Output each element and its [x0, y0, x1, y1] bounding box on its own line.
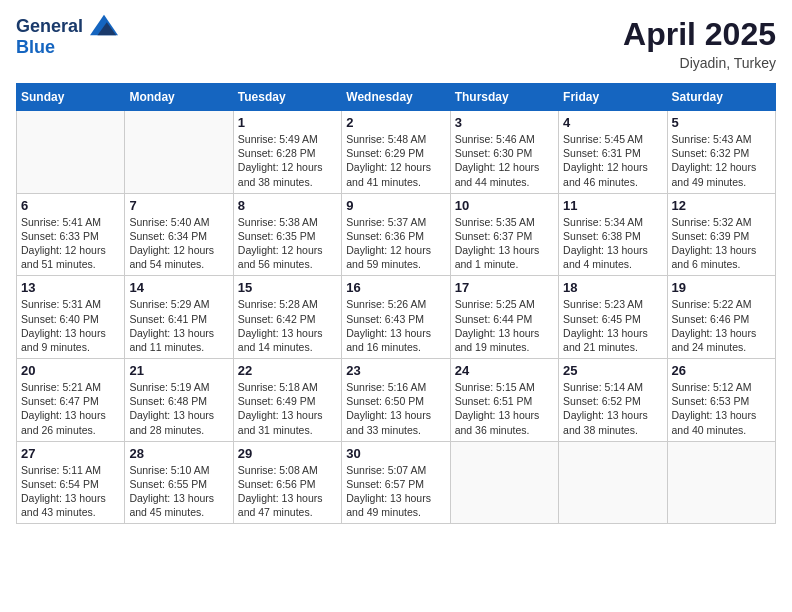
day-info: Sunrise: 5:11 AMSunset: 6:54 PMDaylight:… [21, 463, 120, 520]
day-info: Sunrise: 5:10 AMSunset: 6:55 PMDaylight:… [129, 463, 228, 520]
calendar-day-cell [125, 111, 233, 194]
day-info: Sunrise: 5:43 AMSunset: 6:32 PMDaylight:… [672, 132, 771, 189]
day-number: 24 [455, 363, 554, 378]
day-number: 3 [455, 115, 554, 130]
calendar-day-cell [559, 441, 667, 524]
day-of-week-header: Friday [559, 84, 667, 111]
day-info: Sunrise: 5:21 AMSunset: 6:47 PMDaylight:… [21, 380, 120, 437]
day-info: Sunrise: 5:07 AMSunset: 6:57 PMDaylight:… [346, 463, 445, 520]
day-info: Sunrise: 5:46 AMSunset: 6:30 PMDaylight:… [455, 132, 554, 189]
calendar-day-cell: 13Sunrise: 5:31 AMSunset: 6:40 PMDayligh… [17, 276, 125, 359]
day-number: 27 [21, 446, 120, 461]
day-info: Sunrise: 5:35 AMSunset: 6:37 PMDaylight:… [455, 215, 554, 272]
calendar-day-cell: 28Sunrise: 5:10 AMSunset: 6:55 PMDayligh… [125, 441, 233, 524]
day-info: Sunrise: 5:34 AMSunset: 6:38 PMDaylight:… [563, 215, 662, 272]
day-number: 26 [672, 363, 771, 378]
calendar-day-cell [17, 111, 125, 194]
day-number: 5 [672, 115, 771, 130]
calendar-subtitle: Diyadin, Turkey [623, 55, 776, 71]
day-number: 23 [346, 363, 445, 378]
calendar-day-cell: 5Sunrise: 5:43 AMSunset: 6:32 PMDaylight… [667, 111, 775, 194]
calendar-day-cell: 22Sunrise: 5:18 AMSunset: 6:49 PMDayligh… [233, 359, 341, 442]
day-of-week-header: Thursday [450, 84, 558, 111]
day-number: 16 [346, 280, 445, 295]
calendar-day-cell: 26Sunrise: 5:12 AMSunset: 6:53 PMDayligh… [667, 359, 775, 442]
calendar-day-cell: 27Sunrise: 5:11 AMSunset: 6:54 PMDayligh… [17, 441, 125, 524]
calendar-header-row: SundayMondayTuesdayWednesdayThursdayFrid… [17, 84, 776, 111]
calendar-week-row: 13Sunrise: 5:31 AMSunset: 6:40 PMDayligh… [17, 276, 776, 359]
day-info: Sunrise: 5:49 AMSunset: 6:28 PMDaylight:… [238, 132, 337, 189]
calendar-day-cell: 2Sunrise: 5:48 AMSunset: 6:29 PMDaylight… [342, 111, 450, 194]
calendar-day-cell: 11Sunrise: 5:34 AMSunset: 6:38 PMDayligh… [559, 193, 667, 276]
calendar-day-cell: 17Sunrise: 5:25 AMSunset: 6:44 PMDayligh… [450, 276, 558, 359]
day-number: 9 [346, 198, 445, 213]
calendar-day-cell: 20Sunrise: 5:21 AMSunset: 6:47 PMDayligh… [17, 359, 125, 442]
day-info: Sunrise: 5:12 AMSunset: 6:53 PMDaylight:… [672, 380, 771, 437]
calendar-day-cell: 3Sunrise: 5:46 AMSunset: 6:30 PMDaylight… [450, 111, 558, 194]
day-info: Sunrise: 5:38 AMSunset: 6:35 PMDaylight:… [238, 215, 337, 272]
day-number: 22 [238, 363, 337, 378]
day-info: Sunrise: 5:32 AMSunset: 6:39 PMDaylight:… [672, 215, 771, 272]
calendar-body: 1Sunrise: 5:49 AMSunset: 6:28 PMDaylight… [17, 111, 776, 524]
day-info: Sunrise: 5:25 AMSunset: 6:44 PMDaylight:… [455, 297, 554, 354]
day-number: 7 [129, 198, 228, 213]
day-number: 1 [238, 115, 337, 130]
calendar-day-cell [450, 441, 558, 524]
day-info: Sunrise: 5:41 AMSunset: 6:33 PMDaylight:… [21, 215, 120, 272]
calendar-day-cell: 14Sunrise: 5:29 AMSunset: 6:41 PMDayligh… [125, 276, 233, 359]
day-info: Sunrise: 5:29 AMSunset: 6:41 PMDaylight:… [129, 297, 228, 354]
day-number: 12 [672, 198, 771, 213]
logo-text: General [16, 16, 118, 38]
title-block: April 2025 Diyadin, Turkey [623, 16, 776, 71]
page-header: General Blue April 2025 Diyadin, Turkey [16, 16, 776, 71]
day-number: 25 [563, 363, 662, 378]
calendar-title: April 2025 [623, 16, 776, 53]
calendar-day-cell: 9Sunrise: 5:37 AMSunset: 6:36 PMDaylight… [342, 193, 450, 276]
day-number: 4 [563, 115, 662, 130]
day-number: 6 [21, 198, 120, 213]
day-info: Sunrise: 5:22 AMSunset: 6:46 PMDaylight:… [672, 297, 771, 354]
calendar-day-cell: 23Sunrise: 5:16 AMSunset: 6:50 PMDayligh… [342, 359, 450, 442]
day-info: Sunrise: 5:45 AMSunset: 6:31 PMDaylight:… [563, 132, 662, 189]
calendar-day-cell: 10Sunrise: 5:35 AMSunset: 6:37 PMDayligh… [450, 193, 558, 276]
calendar-day-cell: 30Sunrise: 5:07 AMSunset: 6:57 PMDayligh… [342, 441, 450, 524]
logo-blue: Blue [16, 38, 118, 58]
day-info: Sunrise: 5:23 AMSunset: 6:45 PMDaylight:… [563, 297, 662, 354]
day-of-week-header: Wednesday [342, 84, 450, 111]
calendar-week-row: 6Sunrise: 5:41 AMSunset: 6:33 PMDaylight… [17, 193, 776, 276]
calendar-day-cell [667, 441, 775, 524]
day-of-week-header: Saturday [667, 84, 775, 111]
day-of-week-header: Monday [125, 84, 233, 111]
day-number: 17 [455, 280, 554, 295]
calendar-day-cell: 29Sunrise: 5:08 AMSunset: 6:56 PMDayligh… [233, 441, 341, 524]
day-info: Sunrise: 5:15 AMSunset: 6:51 PMDaylight:… [455, 380, 554, 437]
day-info: Sunrise: 5:26 AMSunset: 6:43 PMDaylight:… [346, 297, 445, 354]
day-number: 30 [346, 446, 445, 461]
day-number: 29 [238, 446, 337, 461]
calendar-day-cell: 8Sunrise: 5:38 AMSunset: 6:35 PMDaylight… [233, 193, 341, 276]
day-info: Sunrise: 5:31 AMSunset: 6:40 PMDaylight:… [21, 297, 120, 354]
calendar-day-cell: 7Sunrise: 5:40 AMSunset: 6:34 PMDaylight… [125, 193, 233, 276]
day-of-week-header: Sunday [17, 84, 125, 111]
day-info: Sunrise: 5:28 AMSunset: 6:42 PMDaylight:… [238, 297, 337, 354]
calendar-day-cell: 1Sunrise: 5:49 AMSunset: 6:28 PMDaylight… [233, 111, 341, 194]
calendar-day-cell: 6Sunrise: 5:41 AMSunset: 6:33 PMDaylight… [17, 193, 125, 276]
calendar-day-cell: 15Sunrise: 5:28 AMSunset: 6:42 PMDayligh… [233, 276, 341, 359]
day-info: Sunrise: 5:40 AMSunset: 6:34 PMDaylight:… [129, 215, 228, 272]
calendar-day-cell: 18Sunrise: 5:23 AMSunset: 6:45 PMDayligh… [559, 276, 667, 359]
day-number: 21 [129, 363, 228, 378]
calendar-day-cell: 24Sunrise: 5:15 AMSunset: 6:51 PMDayligh… [450, 359, 558, 442]
day-number: 11 [563, 198, 662, 213]
day-number: 10 [455, 198, 554, 213]
day-number: 14 [129, 280, 228, 295]
day-of-week-header: Tuesday [233, 84, 341, 111]
day-info: Sunrise: 5:16 AMSunset: 6:50 PMDaylight:… [346, 380, 445, 437]
day-number: 8 [238, 198, 337, 213]
calendar-week-row: 20Sunrise: 5:21 AMSunset: 6:47 PMDayligh… [17, 359, 776, 442]
calendar-day-cell: 4Sunrise: 5:45 AMSunset: 6:31 PMDaylight… [559, 111, 667, 194]
day-number: 15 [238, 280, 337, 295]
day-number: 18 [563, 280, 662, 295]
day-info: Sunrise: 5:14 AMSunset: 6:52 PMDaylight:… [563, 380, 662, 437]
calendar-day-cell: 19Sunrise: 5:22 AMSunset: 6:46 PMDayligh… [667, 276, 775, 359]
calendar-day-cell: 16Sunrise: 5:26 AMSunset: 6:43 PMDayligh… [342, 276, 450, 359]
